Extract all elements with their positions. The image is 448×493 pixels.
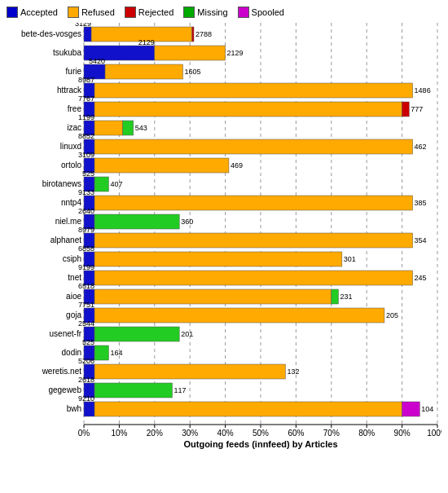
bar-label-top: 8979 [78, 226, 94, 234]
legend-color [183, 7, 195, 18]
bar-label-right: 2788 [195, 30, 212, 38]
row-label: bwh [67, 404, 81, 413]
bar-label-top: 8852 [78, 132, 94, 140]
legend-item-accepted: Accepted [7, 7, 58, 18]
bar-segment-refused [94, 139, 413, 154]
legend-item-spooled: Spooled [238, 7, 284, 18]
bar-label-top: 2544 [78, 319, 94, 328]
row-label: bete-des-vosges [21, 29, 81, 38]
bar-label-right: 1605 [185, 68, 201, 76]
chart-body: bete-des-vosges31292788tsukuba21292129fu… [7, 23, 441, 451]
bar-segment-refused [94, 364, 285, 379]
bar-segment-accepted [84, 27, 91, 42]
bar-label-top: 8987 [78, 76, 94, 84]
chart-container: AcceptedRefusedRejectedMissingSpooled be… [0, 0, 448, 493]
legend-color [68, 7, 79, 18]
bar-segment-refused [94, 308, 384, 323]
bar-label-right: 469 [231, 161, 243, 169]
row-label: free [68, 104, 82, 113]
x-tick-label: 30% [182, 429, 198, 438]
bar-segment-rejected [402, 102, 410, 117]
bar-segment-refused [105, 64, 182, 79]
row-label: csiph [63, 254, 81, 263]
bar-label-right: 132 [287, 368, 299, 376]
row-label: furie [66, 67, 82, 76]
bar-label-top: 3109 [78, 151, 94, 159]
legend-color [7, 7, 18, 18]
legend-label: Spooled [252, 7, 284, 17]
chart-wrapper: bete-des-vosges31292788tsukuba21292129fu… [7, 23, 441, 451]
row-label: ortolo [61, 161, 81, 169]
legend-color [125, 7, 136, 18]
row-label: usenet-fr [50, 329, 82, 338]
x-tick-label: 60% [288, 429, 304, 438]
bar-label-right: 462 [415, 143, 427, 151]
legend-label: Refused [81, 7, 115, 17]
bar-label-right: 117 [174, 386, 187, 394]
legend: AcceptedRefusedRejectedMissingSpooled [7, 7, 441, 18]
bar-label-top: 7767 [78, 95, 94, 103]
bar-label-right: 407 [110, 180, 122, 188]
bar-segment-refused [94, 271, 413, 285]
bar-segment-refused [94, 158, 229, 173]
bar-segment-refused [94, 252, 342, 266]
bar-label-right: 301 [344, 255, 356, 263]
bar-label-right: 104 [421, 405, 433, 413]
bar-segment-refused [94, 121, 123, 135]
row-label: birotanews [42, 179, 81, 188]
bar-label-top: 5206 [78, 357, 94, 365]
bar-label-top: 5420 [89, 57, 105, 65]
bar-label-right: 385 [415, 199, 427, 207]
row-label: httrack [57, 86, 82, 95]
bar-label-right: 354 [415, 236, 427, 244]
row-label: alphanet [51, 235, 82, 244]
x-tick-label: 100% [427, 429, 441, 438]
bar-label-top: 1199 [78, 113, 94, 121]
bar-label-top: 525 [82, 169, 94, 178]
legend-label: Rejected [138, 7, 173, 17]
bar-segment-spooled [402, 402, 420, 416]
bar-label-top: 2129 [138, 38, 155, 46]
x-tick-label: 50% [253, 429, 269, 438]
bar-segment-missing [94, 346, 108, 360]
legend-color [238, 7, 249, 18]
bar-segment-refused [94, 289, 332, 304]
x-tick-label: 20% [147, 429, 163, 438]
bar-label-top: 2618 [78, 376, 94, 384]
row-label: tnet [68, 273, 81, 282]
row-label: tsukuba [53, 48, 81, 57]
bar-label-top: 9210 [78, 394, 94, 403]
row-label: nntp4 [61, 198, 81, 207]
legend-item-missing: Missing [183, 7, 227, 18]
bar-label-top: 9199 [78, 263, 94, 271]
bar-label-top: 3129 [75, 23, 91, 28]
x-tick-label: 10% [111, 429, 127, 438]
bar-segment-refused [155, 46, 226, 60]
x-tick-label: 90% [394, 429, 411, 438]
bar-label-right: 360 [181, 218, 193, 226]
bar-label-top: 9133 [78, 188, 94, 196]
bar-segment-missing [94, 383, 172, 398]
bar-segment-missing [123, 121, 134, 135]
bar-segment-missing [94, 327, 179, 341]
bar-segment-rejected [192, 27, 194, 42]
x-axis-title: Outgoing feeds (innfeed) by Articles [183, 439, 337, 449]
bar-label-right: 231 [340, 293, 352, 301]
bar-label-right: 543 [135, 124, 147, 132]
row-label: izac [67, 123, 81, 132]
x-tick-label: 70% [323, 429, 340, 438]
row-label: gegeweb [48, 385, 81, 394]
row-label: aioe [66, 292, 81, 301]
row-label: linuxd [60, 142, 81, 151]
row-label: weretis.net [42, 367, 82, 376]
bar-label-right: 245 [415, 274, 427, 282]
x-tick-label: 0% [78, 429, 90, 438]
bar-segment-missing [94, 214, 179, 229]
legend-item-rejected: Rejected [125, 7, 173, 18]
bar-segment-refused [94, 233, 413, 248]
bar-label-right: 164 [110, 349, 122, 357]
bar-segment-accepted [84, 402, 94, 416]
bar-label-right: 777 [411, 105, 423, 113]
bar-segment-refused [94, 83, 413, 98]
legend-label: Missing [197, 7, 227, 17]
